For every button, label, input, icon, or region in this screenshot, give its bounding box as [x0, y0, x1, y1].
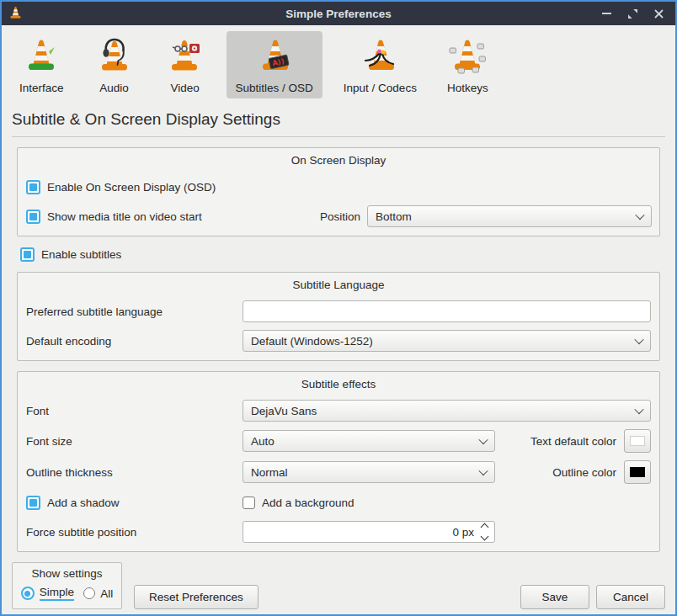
enable-osd-checkbox[interactable]: [26, 180, 40, 194]
chevron-down-icon: [635, 210, 644, 220]
all-radio-label[interactable]: All: [100, 587, 113, 600]
font-label: Font: [26, 405, 243, 417]
force-position-row: Force subtitle position 0 px: [26, 521, 651, 543]
default-encoding-dropdown[interactable]: Default (Windows-1252): [243, 330, 651, 352]
preferred-language-input[interactable]: [243, 300, 651, 322]
tab-audio[interactable]: Audio: [85, 31, 144, 98]
footer: Show settings Simple All Reset Preferenc…: [12, 562, 665, 609]
outline-thickness-label: Outline thickness: [26, 466, 243, 479]
enable-subtitles-label[interactable]: Enable subtitles: [41, 248, 121, 261]
spin-down-icon[interactable]: [481, 533, 489, 541]
add-background-checkbox[interactable]: [243, 497, 255, 509]
font-dropdown[interactable]: DejaVu Sans: [243, 400, 651, 422]
chevron-down-icon: [634, 405, 643, 414]
enable-osd-label[interactable]: Enable On Screen Display (OSD): [47, 181, 216, 194]
minimize-icon[interactable]: [600, 8, 612, 19]
outline-thickness-row: Outline thickness Normal Outline color: [26, 460, 651, 484]
default-encoding-row: Default encoding Default (Windows-1252): [26, 330, 651, 352]
osd-groupbox: On Screen Display Enable On Screen Displ…: [17, 147, 660, 236]
media-title-row: Show media title on video start Position…: [26, 205, 651, 227]
show-media-title-checkbox[interactable]: [26, 210, 40, 224]
enable-osd-row[interactable]: Enable On Screen Display (OSD): [26, 176, 651, 198]
tab-label: Hotkeys: [447, 82, 488, 94]
page-title: Subtitle & On Screen Display Settings: [12, 110, 665, 129]
show-settings-groupbox: Show settings Simple All: [12, 562, 122, 609]
shadow-background-row: Add a shadow Add a background: [26, 491, 651, 513]
simple-radio[interactable]: [21, 587, 35, 600]
input-codecs-tab-icon: [360, 36, 400, 79]
subtitles-tab-icon: A)): [254, 36, 295, 79]
force-position-value: 0 px: [452, 526, 474, 539]
simple-radio-label[interactable]: Simple: [40, 586, 74, 601]
force-position-spinbox[interactable]: 0 px: [243, 521, 495, 543]
preferences-tabstrip: Interface Audio: [2, 25, 675, 102]
tab-interface[interactable]: Interface: [10, 31, 73, 98]
tab-input-codecs[interactable]: Input / Codecs: [334, 31, 426, 98]
spin-up-icon[interactable]: [481, 523, 489, 532]
text-color-swatch: [630, 436, 645, 446]
position-value: Bottom: [376, 210, 637, 223]
restore-icon[interactable]: [626, 8, 638, 19]
font-size-dropdown[interactable]: Auto: [243, 430, 495, 452]
all-radio[interactable]: [83, 587, 95, 599]
subtitle-language-groupbox: Subtitle Language Preferred subtitle lan…: [17, 272, 660, 361]
cancel-button[interactable]: Cancel: [596, 585, 665, 609]
outline-color-button[interactable]: [624, 460, 651, 484]
subtitle-effects-title: Subtitle effects: [26, 375, 651, 392]
radio-option-simple[interactable]: Simple: [21, 586, 74, 601]
radio-option-all[interactable]: All: [83, 587, 113, 600]
show-settings-title: Show settings: [19, 567, 115, 580]
text-default-color-label: Text default color: [530, 435, 616, 448]
vlc-cone-icon: [8, 6, 23, 22]
heading-divider: [12, 136, 665, 137]
default-encoding-value: Default (Windows-1252): [251, 335, 636, 348]
subtitle-language-title: Subtitle Language: [26, 276, 651, 293]
tab-label: Subtitles / OSD: [236, 82, 313, 94]
spinner-arrows[interactable]: [482, 524, 488, 539]
chevron-down-icon: [634, 335, 643, 344]
tab-label: Input / Codecs: [344, 82, 417, 94]
font-row: Font DejaVu Sans: [26, 400, 651, 422]
tab-label: Video: [170, 82, 199, 94]
enable-subtitles-row[interactable]: Enable subtitles: [20, 247, 675, 262]
position-label: Position: [320, 210, 360, 223]
add-shadow-label[interactable]: Add a shadow: [47, 497, 120, 509]
interface-tab-icon: [21, 36, 61, 79]
font-size-label: Font size: [26, 435, 243, 448]
force-position-label: Force subtitle position: [26, 526, 243, 539]
window-title: Simple Preferences: [285, 8, 391, 20]
font-size-row: Font size Auto Text default color: [26, 429, 651, 453]
font-size-value: Auto: [251, 435, 480, 448]
chevron-down-icon: [478, 435, 488, 444]
outline-thickness-value: Normal: [251, 466, 480, 479]
subtitle-effects-groupbox: Subtitle effects Font DejaVu Sans Font s…: [17, 371, 660, 552]
preferred-language-row: Preferred subtitle language: [26, 300, 651, 322]
reset-preferences-button[interactable]: Reset Preferences: [134, 585, 259, 609]
outline-color-label: Outline color: [552, 466, 616, 479]
enable-subtitles-checkbox[interactable]: [20, 247, 35, 262]
outline-color-swatch: [630, 467, 645, 477]
preferred-language-label: Preferred subtitle language: [26, 305, 243, 318]
font-value: DejaVu Sans: [251, 405, 636, 417]
tab-label: Audio: [99, 82, 129, 94]
text-default-color-button[interactable]: [624, 429, 651, 453]
close-icon[interactable]: [653, 8, 664, 19]
default-encoding-label: Default encoding: [26, 335, 243, 348]
tab-label: Interface: [19, 82, 64, 94]
add-shadow-checkbox[interactable]: [26, 496, 40, 510]
video-tab-icon: [165, 36, 205, 79]
position-dropdown[interactable]: Bottom: [367, 205, 652, 227]
hotkeys-tab-icon: [447, 36, 488, 79]
tab-hotkeys[interactable]: Hotkeys: [438, 31, 498, 98]
tab-subtitles-osd[interactable]: A)) Subtitles / OSD: [227, 31, 323, 98]
osd-group-title: On Screen Display: [26, 151, 651, 168]
simple-preferences-window: Simple Preferences: [0, 0, 677, 616]
audio-tab-icon: [94, 36, 135, 79]
add-background-label[interactable]: Add a background: [262, 497, 354, 509]
save-button[interactable]: Save: [520, 585, 589, 609]
chevron-down-icon: [478, 466, 488, 475]
titlebar[interactable]: Simple Preferences: [2, 2, 675, 25]
tab-video[interactable]: Video: [156, 31, 215, 98]
outline-thickness-dropdown[interactable]: Normal: [243, 461, 495, 483]
show-media-title-label[interactable]: Show media title on video start: [47, 210, 202, 223]
